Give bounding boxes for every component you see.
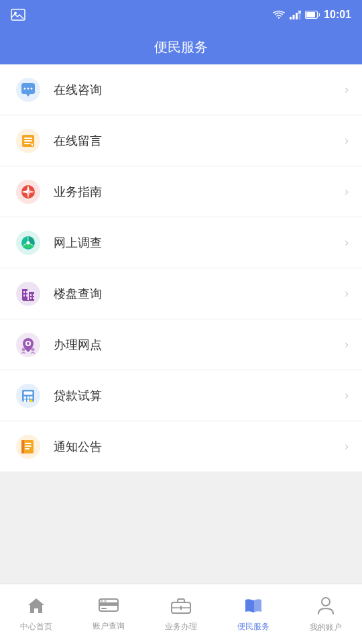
tab-citizen-service[interactable]: 便民服务 xyxy=(217,584,290,644)
property-query-icon-wrap xyxy=(13,279,43,309)
arrow-icon-5: › xyxy=(345,337,349,352)
svg-rect-56 xyxy=(27,399,30,402)
person-icon xyxy=(317,596,335,619)
gray-area xyxy=(0,472,362,592)
svg-rect-65 xyxy=(99,602,118,606)
menu-item-online-survey[interactable]: 网上调查 › xyxy=(0,217,362,268)
chat-icon xyxy=(15,77,41,103)
tab-account-query[interactable]: 账户查询 xyxy=(72,584,145,644)
svg-rect-36 xyxy=(26,291,27,293)
card-icon xyxy=(99,597,119,618)
svg-rect-37 xyxy=(23,294,25,297)
svg-point-32 xyxy=(16,282,40,306)
online-survey-label: 网上调查 xyxy=(54,235,345,251)
menu-item-loan-calc[interactable]: 贷款试算 › xyxy=(0,370,362,421)
notice-icon-wrap xyxy=(13,432,43,462)
svg-rect-42 xyxy=(33,297,34,299)
book-icon xyxy=(15,434,41,460)
online-consult-icon-wrap xyxy=(13,75,43,105)
svg-point-48 xyxy=(32,347,35,351)
svg-point-31 xyxy=(27,241,30,244)
svg-point-11 xyxy=(24,87,26,89)
arrow-icon-2: › xyxy=(345,184,349,199)
online-survey-icon-wrap xyxy=(13,228,43,258)
menu-item-notice[interactable]: 通知公告 › xyxy=(0,421,362,472)
tab-home[interactable]: 中心首页 xyxy=(0,584,72,644)
svg-rect-39 xyxy=(30,294,32,296)
compass-icon xyxy=(15,179,41,205)
chart-icon xyxy=(15,230,41,256)
svg-rect-60 xyxy=(21,440,24,453)
svg-point-47 xyxy=(22,347,25,351)
tab-my-account[interactable]: 我的账户 xyxy=(290,584,362,644)
svg-rect-35 xyxy=(23,291,25,293)
svg-rect-52 xyxy=(24,396,27,399)
svg-rect-57 xyxy=(30,399,33,402)
arrow-icon-4: › xyxy=(345,286,349,301)
tab-bar: 中心首页 账户查询 业务办理 xyxy=(0,584,362,644)
menu-item-online-message[interactable]: 在线留言 › xyxy=(0,115,362,166)
svg-rect-55 xyxy=(24,399,27,402)
online-message-label: 在线留言 xyxy=(54,133,345,149)
book-open-icon xyxy=(243,596,263,619)
menu-item-business-guide[interactable]: 业务指南 › xyxy=(0,166,362,217)
tab-citizen-service-label: 便民服务 xyxy=(237,621,269,633)
online-message-icon-wrap xyxy=(13,126,43,156)
online-consult-label: 在线咨询 xyxy=(54,82,345,98)
svg-rect-43 xyxy=(23,300,34,301)
edit-icon xyxy=(15,128,41,154)
tab-business[interactable]: 业务办理 xyxy=(145,584,217,644)
status-bar: 10:01 xyxy=(0,0,362,30)
loan-calc-label: 贷款试算 xyxy=(54,388,345,404)
svg-rect-41 xyxy=(30,297,32,299)
menu-item-property-query[interactable]: 楼盘查询 › xyxy=(0,268,362,319)
header: 便民服务 xyxy=(0,30,362,64)
page-title: 便民服务 xyxy=(154,38,208,56)
status-bar-left xyxy=(11,0,25,30)
calc-icon xyxy=(15,383,41,409)
svg-rect-38 xyxy=(26,294,27,297)
service-outlet-label: 办理网点 xyxy=(54,337,345,353)
svg-point-13 xyxy=(31,87,33,89)
property-query-label: 楼盘查询 xyxy=(54,286,345,302)
notice-label: 通知公告 xyxy=(54,439,345,455)
menu-item-service-outlet[interactable]: 办理网点 › xyxy=(0,319,362,370)
signal-icon xyxy=(289,10,301,19)
briefcase-icon xyxy=(171,596,191,619)
status-bar-right: 10:01 xyxy=(273,9,351,21)
svg-rect-59 xyxy=(23,440,34,453)
svg-point-72 xyxy=(322,598,330,606)
tab-business-label: 业务办理 xyxy=(165,621,197,633)
svg-rect-4 xyxy=(296,13,298,19)
svg-rect-53 xyxy=(27,396,30,399)
arrow-icon-7: › xyxy=(345,439,349,453)
svg-rect-51 xyxy=(24,391,33,394)
wifi-icon xyxy=(273,10,285,19)
menu-item-online-consult[interactable]: 在线咨询 › xyxy=(0,64,362,115)
arrow-icon-0: › xyxy=(345,83,349,97)
menu-list: 在线咨询 › 在线留言 › xyxy=(0,64,362,472)
loan-calc-icon-wrap xyxy=(13,381,43,411)
svg-rect-66 xyxy=(101,608,107,609)
battery-icon xyxy=(305,11,320,19)
svg-rect-2 xyxy=(290,17,292,19)
svg-point-68 xyxy=(104,600,107,602)
svg-rect-40 xyxy=(33,294,34,296)
svg-rect-54 xyxy=(30,396,33,399)
svg-rect-3 xyxy=(293,15,295,19)
business-guide-label: 业务指南 xyxy=(54,184,345,200)
svg-point-67 xyxy=(101,600,103,602)
arrow-icon-3: › xyxy=(345,235,349,250)
tab-home-label: 中心首页 xyxy=(20,621,52,633)
svg-point-12 xyxy=(27,87,29,89)
svg-rect-9 xyxy=(306,12,315,17)
arrow-icon-6: › xyxy=(345,388,349,402)
location-icon xyxy=(15,332,41,358)
arrow-icon-1: › xyxy=(345,133,349,148)
home-icon xyxy=(27,596,46,619)
tab-my-account-label: 我的账户 xyxy=(310,622,342,633)
photo-icon xyxy=(11,9,25,21)
tab-account-query-label: 账户查询 xyxy=(93,621,125,632)
business-guide-icon-wrap xyxy=(13,177,43,207)
status-time: 10:01 xyxy=(324,9,351,21)
